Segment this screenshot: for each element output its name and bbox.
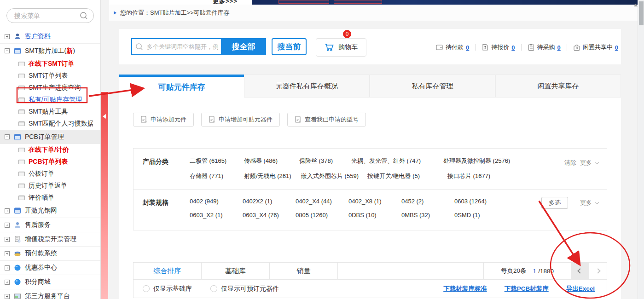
top-nav-button-1[interactable] xyxy=(278,0,329,4)
sidebar-item-label[interactable]: 积分商城 xyxy=(25,278,51,286)
next-page-button[interactable] xyxy=(589,263,607,279)
package-item[interactable]: 0SMD (1) xyxy=(454,212,507,218)
sidebar-item-smt-online-order[interactable]: 在线下SMT订单 xyxy=(0,58,100,70)
search-all-button[interactable]: 搜全部 xyxy=(221,38,266,55)
sidebar-item-coupon-center[interactable]: 优惠券中心 xyxy=(0,261,100,275)
tab-idle-share[interactable]: 闲置共享库存 xyxy=(495,75,621,98)
sidebar-item-after-sales[interactable]: 售后服务 xyxy=(0,218,100,232)
expand-minus-icon[interactable] xyxy=(5,48,10,53)
category-item[interactable]: 接口芯片 (1677) xyxy=(447,172,490,180)
package-item[interactable]: 0DBS (10) xyxy=(348,212,401,218)
idle-sharing-count[interactable]: 0 xyxy=(615,44,618,51)
sidebar-item-vat-invoice[interactable]: 增值税票开票管理 xyxy=(0,232,100,247)
sidebar-item-pcb-group[interactable]: PCB订单管理 xyxy=(0,130,100,144)
sidebar-search[interactable] xyxy=(6,8,94,23)
category-item[interactable]: 存储器 (771) xyxy=(190,172,244,180)
package-item[interactable]: 0805 (1260) xyxy=(296,212,348,218)
sidebar-item-public-board[interactable]: 公板订单 xyxy=(0,168,100,180)
sidebar-item-smt-order-list[interactable]: SMT订单列表 xyxy=(0,70,100,82)
package-item[interactable]: 0603 (1264) xyxy=(454,198,507,205)
category-item[interactable]: 射频/无线电 (261) xyxy=(244,172,301,180)
sidebar-collapse-handle[interactable] xyxy=(101,92,108,299)
sort-tab-sales[interactable]: 销量 xyxy=(270,263,338,279)
sidebar-item-third-party[interactable]: 第三方服务平台 xyxy=(0,289,100,299)
page-scrollbar[interactable] xyxy=(638,0,644,299)
more-link[interactable]: 更多>>> xyxy=(213,0,238,5)
sidebar-item-label[interactable]: 售后服务 xyxy=(25,221,51,229)
cart-button[interactable]: 购物车 0 xyxy=(316,38,366,57)
sort-tab-comprehensive[interactable]: 综合排序 xyxy=(133,263,202,279)
category-item[interactable]: 传感器 (486) xyxy=(244,157,299,165)
expand-plus-icon[interactable] xyxy=(5,237,10,242)
category-item[interactable]: 处理器及微控制器 (2576) xyxy=(443,157,510,165)
download-link[interactable]: 导出Excel xyxy=(566,285,595,293)
sidebar-item-customer[interactable]: 客户资料 xyxy=(0,29,100,44)
package-item[interactable]: 0MBS (32) xyxy=(401,212,454,218)
category-item[interactable]: 光耦、发光管、红外 (747) xyxy=(351,157,443,165)
category-item[interactable]: 保险丝 (378) xyxy=(299,157,351,165)
scroll-up-icon[interactable] xyxy=(634,4,638,6)
sidebar-item-label[interactable]: 第三方服务平台 xyxy=(25,292,70,299)
sidebar-item-laser-stencil[interactable]: 开激光钢网 xyxy=(0,204,100,218)
pending-purchase-count[interactable]: 0 xyxy=(557,44,561,51)
package-item[interactable]: 0603_X4 (76) xyxy=(243,212,296,218)
package-item[interactable]: 0452 (2) xyxy=(401,198,454,205)
category-item[interactable]: 二极管 (6165) xyxy=(190,157,244,165)
pending-payment-count[interactable]: 0 xyxy=(466,44,469,51)
sidebar-item-inventory-manage[interactable]: 私有/可贴库存管理 xyxy=(0,94,100,106)
package-item[interactable]: 0402_X4 (44) xyxy=(296,198,348,205)
sidebar-item-smt-habit-data[interactable]: SMT匹配个人习惯数据 xyxy=(0,118,100,130)
expand-plus-icon[interactable] xyxy=(5,280,10,285)
radio-basic-lib-only[interactable]: 仅显示基础库 xyxy=(143,285,192,293)
package-item[interactable]: 0402X2 (1) xyxy=(243,198,296,205)
prev-page-button[interactable] xyxy=(571,263,589,279)
sidebar-item-history-reorder[interactable]: 历史订单返单 xyxy=(0,180,100,192)
radio-icon[interactable] xyxy=(143,285,150,292)
sidebar-item-label[interactable]: PCB订单管理 xyxy=(25,133,64,141)
chevron-down-icon[interactable] xyxy=(595,160,599,164)
more-packages-link[interactable]: 更多 xyxy=(580,199,592,207)
expand-plus-icon[interactable] xyxy=(5,208,10,213)
scrollbar-thumb[interactable] xyxy=(639,1,644,25)
sidebar-item-smt-group[interactable]: SMT贴片加工(新) xyxy=(0,44,100,58)
request-button[interactable]: 申请添加元件 xyxy=(133,113,194,126)
expand-plus-icon[interactable] xyxy=(5,265,10,270)
sidebar-item-label[interactable]: 开激光钢网 xyxy=(25,207,57,215)
search-current-button[interactable]: 搜当前 xyxy=(272,38,307,55)
more-categories-link[interactable]: 更多 xyxy=(580,159,592,167)
download-link[interactable]: 下载封装库标准 xyxy=(443,285,487,293)
expand-plus-icon[interactable] xyxy=(5,34,10,39)
package-item[interactable]: 0402_X8 (1) xyxy=(348,198,401,205)
sidebar-item-points-mall[interactable]: 积分商城 xyxy=(0,275,100,289)
category-item[interactable]: 嵌入式外围芯片 (559) xyxy=(301,172,367,180)
expand-minus-icon[interactable] xyxy=(5,134,10,139)
sidebar-item-smt-tools[interactable]: SMT贴片工具 xyxy=(0,106,100,118)
sidebar-item-label[interactable]: 增值税票开票管理 xyxy=(25,235,76,243)
tab-mountable-inventory[interactable]: 可贴元件库存 xyxy=(119,75,244,98)
sidebar-item-pcb-order-list[interactable]: PCB订单列表 xyxy=(0,156,100,168)
sidebar-item-label[interactable]: 客户资料 xyxy=(25,32,51,40)
sidebar-search-input[interactable] xyxy=(14,9,83,23)
sidebar-item-label[interactable]: 优惠券中心 xyxy=(25,264,57,272)
download-link[interactable]: 下载PCB封装库 xyxy=(505,285,549,293)
pending-quote-count[interactable]: 0 xyxy=(511,44,515,51)
expand-plus-icon[interactable] xyxy=(5,251,10,256)
multi-select-button[interactable]: 多选 xyxy=(541,197,568,209)
tab-private-manage[interactable]: 私有库存管理 xyxy=(370,75,495,98)
keyword-search-input[interactable] xyxy=(131,38,221,55)
sidebar-item-pcb-online-order[interactable]: 在线下单/计价 xyxy=(0,144,100,156)
sidebar-item-smt-progress[interactable]: SMT生产进度查询 xyxy=(0,82,100,94)
top-nav-button-2[interactable] xyxy=(334,0,382,4)
request-button[interactable]: 查看我已申请的型号 xyxy=(287,113,366,126)
radio-icon[interactable] xyxy=(210,285,217,292)
tab-private-overview[interactable]: 元器件私有库存概况 xyxy=(244,75,370,98)
sidebar-item-label[interactable]: SMT贴片加工(新) xyxy=(25,47,75,55)
expand-plus-icon[interactable] xyxy=(5,294,10,299)
package-item[interactable]: 0603_X2 (1) xyxy=(190,212,243,218)
expand-plus-icon[interactable] xyxy=(5,223,10,228)
category-item[interactable]: 按键开关/继电器 (5) xyxy=(367,172,447,180)
radio-orderable-only[interactable]: 仅显示可预订元器件 xyxy=(210,285,279,293)
sidebar-item-label[interactable]: 预付款系统 xyxy=(25,249,57,258)
sidebar-item-prepayment[interactable]: 预付款系统 xyxy=(0,247,100,261)
sidebar-item-review[interactable]: 评价晒单 xyxy=(0,192,100,204)
